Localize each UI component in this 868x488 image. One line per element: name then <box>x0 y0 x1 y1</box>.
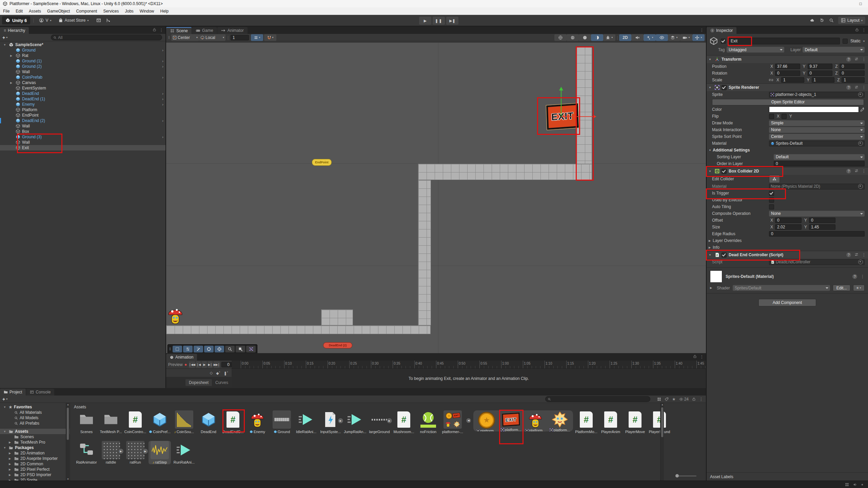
value-field[interactable]: 0 <box>774 161 865 166</box>
collab-tray-button[interactable] <box>94 17 103 24</box>
component-enabled-checkbox[interactable] <box>722 252 727 258</box>
tree-item-2d-psd-importer[interactable]: ▶ 2D PSD Importer <box>0 472 70 477</box>
hierarchy-item-box[interactable]: Box <box>0 129 165 134</box>
tree-item-2d-pixel-perfect[interactable]: ▶ 2D Pixel Perfect <box>0 467 70 472</box>
create-object-button[interactable]: + <box>0 35 6 40</box>
asset-mushroom-[interactable]: # Mushroom... <box>393 410 415 434</box>
hierarchy-item-deadend-2-[interactable]: DeadEnd (2) › <box>0 118 165 123</box>
menu-jobs[interactable]: Jobs <box>122 7 136 15</box>
lock-icon[interactable] <box>693 354 697 358</box>
gizmo-x-axis[interactable] <box>561 116 593 117</box>
menu-services[interactable]: Services <box>100 7 122 15</box>
help-icon[interactable]: ? <box>852 274 857 279</box>
color-swatch[interactable] <box>769 106 859 113</box>
effects-dropdown[interactable]: ▾ <box>644 34 656 41</box>
tab-hierarchy[interactable]: ≡Hierarchy <box>0 27 29 34</box>
hierarchy-item-wall[interactable]: Wall <box>0 69 165 75</box>
activity-grid-icon[interactable] <box>845 483 849 487</box>
sorting-layer-dropdown[interactable]: Default <box>774 154 865 160</box>
maximize-button[interactable]: □ <box>853 0 868 7</box>
asset-playermove[interactable]: # PlayerMove <box>624 410 646 434</box>
hierarchy-item-canvas[interactable]: ▶ Canvas <box>0 80 165 85</box>
cloud-button[interactable] <box>808 17 817 24</box>
lighting-toggle-button[interactable] <box>591 34 603 41</box>
drag-handle-icon[interactable]: ‖ <box>169 347 171 351</box>
sprite-object-field[interactable]: platformer-2-objects_1 <box>769 92 865 98</box>
shader-dropdown[interactable]: Sprites/Default <box>733 285 830 291</box>
hierarchy-item-platform[interactable]: Platform <box>0 107 165 113</box>
component-enabled-checkbox[interactable] <box>722 85 727 90</box>
hierarchy-item-enemy[interactable]: Enemy › <box>0 102 165 107</box>
hidden-count-indicator[interactable]: 24 <box>679 397 689 402</box>
add-keyframe-icon[interactable]: ◆+ <box>216 371 220 375</box>
hierarchy-item-eventsystem[interactable]: EventSystem <box>0 85 165 91</box>
hierarchy-item-endpoint[interactable]: EndPoint <box>0 113 165 118</box>
shuffle-tool-button[interactable] <box>246 346 256 352</box>
asset-platform-[interactable]: EXIT platform... <box>500 412 522 431</box>
asset-ground[interactable]: Ground <box>271 410 293 434</box>
mushroom-character-sprite[interactable] <box>168 306 183 325</box>
grid-size-field[interactable]: 1 <box>231 35 249 40</box>
hierarchy-item-rat[interactable]: ▶ Rat <box>0 53 165 58</box>
value-field[interactable]: 1.45 <box>809 224 835 230</box>
lock-icon[interactable] <box>153 28 156 32</box>
play-clip-button[interactable]: ▶ <box>202 361 206 368</box>
kebab-menu-icon[interactable]: ⋮ <box>700 354 704 359</box>
hierarchy-item-coinprefab[interactable]: CoinPrefab › <box>0 75 165 80</box>
open-prefab-icon[interactable]: › <box>162 92 163 96</box>
value-field[interactable]: 0 <box>769 231 865 237</box>
unity-version-badge[interactable]: Unity 6 <box>2 16 30 24</box>
static-checkbox[interactable] <box>843 39 848 44</box>
tree-item-2d-sprite[interactable]: ▶ 2D Sprite <box>0 477 70 481</box>
magnet-snap-button[interactable]: ▾ <box>264 34 276 41</box>
tree-item-2d-animation[interactable]: ▶ 2D Animation <box>0 450 70 456</box>
value-field[interactable]: 0 <box>840 70 865 76</box>
asset-platform-[interactable]: ★ platform... <box>475 412 498 431</box>
asset-largeground[interactable]: ▶ largeGround <box>368 410 391 434</box>
menu-assets[interactable]: Assets <box>26 7 44 15</box>
presets-icon[interactable] <box>854 252 859 257</box>
asset-playeranim[interactable]: # PlayerAnim <box>599 410 622 434</box>
value-field[interactable]: 9.37 <box>808 64 833 69</box>
hierarchy-item-deadend[interactable]: DeadEnd › <box>0 91 165 96</box>
open-prefab-icon[interactable]: › <box>162 102 163 106</box>
kebab-menu-icon[interactable]: ⋮ <box>159 28 163 33</box>
object-picker-icon[interactable] <box>858 260 863 264</box>
asset-inputsyste-[interactable]: ▶ InputSyste... <box>319 410 342 434</box>
tile-floor[interactable] <box>166 325 431 334</box>
component-header-dead-end-controller-script-[interactable]: ▼# Dead End Controller (Script) ? ⋮ <box>707 251 868 259</box>
play-button[interactable]: ▶ <box>419 17 431 25</box>
open-prefab-icon[interactable]: › <box>162 135 163 139</box>
shading-wireframe-button[interactable] <box>554 34 567 41</box>
asset-nofriction[interactable]: noFriction <box>417 410 439 434</box>
presets-icon[interactable] <box>854 57 859 61</box>
tab-scene[interactable]: Scene <box>166 27 192 34</box>
pause-button[interactable]: ❚❚ <box>433 17 445 25</box>
global-search-button[interactable] <box>827 17 836 24</box>
hierarchy-item-wall[interactable]: Wall <box>0 140 165 145</box>
gizmo-y-axis[interactable] <box>561 89 561 117</box>
flip-y-checkbox[interactable] <box>782 114 787 119</box>
tile-block[interactable] <box>321 309 353 325</box>
layers-dropdown[interactable]: ▾ <box>668 34 680 41</box>
stamp-tool-button[interactable] <box>215 346 224 352</box>
expand-sprites-icon[interactable]: ▶ <box>338 418 343 424</box>
create-asset-button[interactable]: + <box>0 396 6 402</box>
menu-component[interactable]: Component <box>73 7 100 15</box>
gameobject-cube-icon[interactable] <box>709 37 718 45</box>
material-preview-swatch[interactable] <box>710 270 722 283</box>
scene-viewport[interactable]: EXIT EndPoint DeadEnd (2) ‖ <box>166 43 706 353</box>
asset-platformer-[interactable]: ★ EXIT platformer-... <box>441 410 464 434</box>
value-field[interactable]: 0 <box>809 218 835 223</box>
layer-dropdown[interactable]: Default <box>803 47 865 53</box>
drag-handle-icon[interactable]: ‖ <box>168 35 170 40</box>
object-picker-icon[interactable] <box>858 184 863 189</box>
foldout-layer-overrides[interactable]: ▶Layer Overrides <box>707 237 868 244</box>
hierarchy-search-input[interactable]: All <box>51 35 162 40</box>
hierarchy-item-wall[interactable]: Wall <box>0 123 165 129</box>
tree-item-2d-aseprite-importer[interactable]: ▶ 2D Aseprite Importer <box>0 456 70 461</box>
next-key-button[interactable]: ▶❘ <box>208 361 213 368</box>
value-field[interactable]: 2.02 <box>775 224 802 230</box>
speaker-icon[interactable] <box>853 483 857 487</box>
value-field[interactable]: 1 <box>781 77 804 83</box>
